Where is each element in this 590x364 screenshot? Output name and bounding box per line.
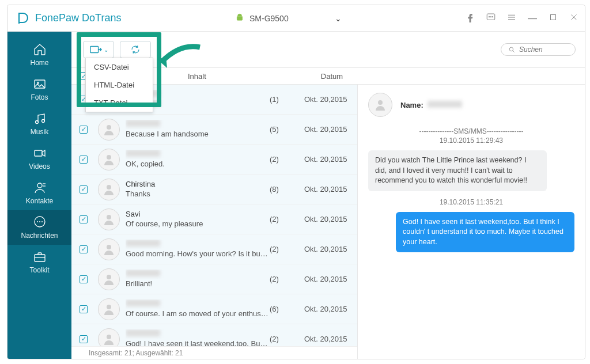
message-row[interactable]: ✓Because I am handsome(5)Okt. 20,2015	[71, 115, 357, 145]
close-button[interactable]	[568, 12, 580, 25]
row-name: Savi	[126, 210, 270, 219]
avatar-icon	[98, 328, 120, 347]
row-checkbox[interactable]: ✓	[80, 305, 88, 313]
row-checkbox[interactable]: ✓	[80, 126, 88, 134]
svg-point-20	[39, 221, 40, 222]
message-row[interactable]: ✓Of course. I am so moved of your enthus…	[71, 294, 357, 324]
row-snippet: Good morning. How's your work? Is it bus…	[126, 249, 270, 259]
row-count: (6)	[270, 305, 304, 313]
svg-rect-7	[551, 14, 556, 20]
row-checkbox[interactable]: ✓	[80, 185, 88, 194]
message-row[interactable]: ✓SaviOf course, my pleasure(2)Okt. 20,20…	[71, 204, 357, 234]
row-date: Okt. 20,2015	[304, 215, 357, 223]
export-option-txt[interactable]: TXT-Datei	[86, 94, 153, 112]
message-row[interactable]: ✓ChirstinaThanks(8)Okt. 20,2015	[71, 175, 357, 204]
message-row[interactable]: ✓Brilliant!(2)Okt. 20,2015	[71, 264, 357, 294]
svg-point-34	[107, 305, 111, 309]
row-name	[126, 150, 270, 159]
avatar-icon	[98, 208, 120, 230]
search-field[interactable]	[519, 46, 565, 54]
sms-divider: ---------------SMS/MMS----------------	[368, 127, 574, 135]
sidebar-item-label: Toolkit	[29, 266, 49, 274]
sidebar-item-label: Musik	[31, 128, 48, 136]
detail-name-value	[428, 101, 462, 108]
row-snippet: God! I have seen it last weekend,too. Bu…	[126, 339, 270, 346]
sidebar-item-fotos[interactable]: Fotos	[7, 72, 71, 107]
svg-point-33	[107, 275, 111, 279]
row-date: Okt. 20,2015	[304, 245, 357, 253]
svg-point-35	[107, 335, 111, 339]
row-count: (2)	[270, 155, 304, 164]
menu-icon[interactable]	[505, 12, 518, 25]
sidebar-item-nachrichten[interactable]: Nachrichten	[7, 210, 71, 245]
message-outgoing: God! I have seen it last weekend,too. Bu…	[396, 212, 574, 253]
svg-point-15	[37, 183, 42, 188]
device-selector[interactable]: SM-G9500 ⌄	[236, 13, 342, 23]
chevron-down-icon: ⌄	[335, 14, 342, 23]
svg-point-32	[107, 245, 111, 249]
svg-line-26	[513, 51, 515, 52]
svg-point-36	[378, 100, 383, 105]
row-name	[126, 270, 270, 279]
message-detail: Name: ---------------SMS/MMS------------…	[358, 85, 585, 359]
svg-point-19	[37, 221, 38, 222]
timestamp: 19.10.2015 11:29:43	[368, 136, 574, 145]
row-date: Okt. 20,2015	[304, 155, 357, 164]
row-checkbox[interactable]: ✓	[80, 275, 88, 283]
facebook-icon[interactable]	[464, 12, 476, 25]
row-count: (2)	[270, 245, 304, 253]
row-count: (2)	[270, 335, 304, 343]
message-row[interactable]: ✓OK, copied.(2)Okt. 20,2015	[71, 145, 357, 175]
row-snippet: Of course. I am so moved of your enthusi…	[126, 309, 270, 318]
row-checkbox[interactable]: ✓	[80, 156, 88, 164]
status-bar: Insgesamt: 21; Ausgewählt: 21	[71, 346, 357, 359]
row-checkbox[interactable]: ✓	[80, 245, 88, 253]
svg-point-25	[509, 47, 513, 51]
svg-point-21	[41, 221, 43, 222]
search-input[interactable]	[501, 43, 576, 56]
sidebar-item-toolkit[interactable]: Toolkit	[7, 245, 71, 279]
sidebar-item-musik[interactable]: Musik	[7, 107, 71, 141]
export-button[interactable]: ⌄	[83, 41, 114, 58]
sidebar-item-label: Home	[30, 59, 48, 67]
row-snippet: Of course, my pleasure	[126, 219, 270, 229]
message-row[interactable]: ✓Good morning. How's your work? Is it bu…	[71, 234, 357, 264]
sidebar: Home Fotos Musik Videos Kontakte Nachric…	[7, 32, 71, 359]
svg-rect-24	[90, 47, 98, 53]
col-datum: Datum	[306, 72, 358, 81]
sidebar-item-home[interactable]: Home	[7, 37, 71, 72]
sidebar-item-label: Nachrichten	[21, 232, 58, 240]
svg-point-31	[107, 215, 111, 219]
timestamp: 19.10.2015 11:35:21	[368, 198, 574, 206]
row-checkbox[interactable]: ✓	[80, 215, 88, 223]
minimize-button[interactable]: —	[526, 13, 539, 24]
app-logo	[16, 12, 29, 25]
svg-point-3	[492, 16, 493, 17]
svg-point-1	[489, 16, 490, 17]
feedback-icon[interactable]	[485, 12, 497, 25]
chevron-down-icon: ⌄	[104, 47, 108, 53]
sidebar-item-label: Kontakte	[26, 197, 53, 205]
avatar-icon	[98, 298, 120, 320]
row-count: (1)	[270, 95, 304, 104]
refresh-button[interactable]	[120, 41, 151, 58]
row-count: (2)	[270, 275, 304, 283]
message-incoming: Did you watch The Little Prince last wee…	[368, 150, 547, 191]
row-checkbox[interactable]: ✓	[80, 335, 88, 343]
row-date: Okt. 20,2015	[304, 125, 357, 134]
row-name	[126, 299, 270, 309]
svg-point-11	[37, 82, 39, 84]
avatar-icon	[368, 93, 392, 117]
row-count: (2)	[270, 215, 304, 223]
avatar-icon	[98, 179, 120, 200]
sidebar-item-videos[interactable]: Videos	[7, 141, 71, 176]
maximize-button[interactable]	[547, 12, 559, 25]
row-date: Okt. 20,2015	[304, 185, 357, 194]
message-row[interactable]: ✓God! I have seen it last weekend,too. B…	[71, 324, 357, 346]
export-option-html[interactable]: HTML-Datei	[86, 76, 153, 94]
export-option-csv[interactable]: CSV-Datei	[86, 58, 153, 76]
row-count: (5)	[270, 125, 304, 134]
sidebar-item-kontakte[interactable]: Kontakte	[7, 176, 71, 210]
svg-point-29	[107, 155, 111, 160]
svg-point-30	[107, 185, 111, 189]
